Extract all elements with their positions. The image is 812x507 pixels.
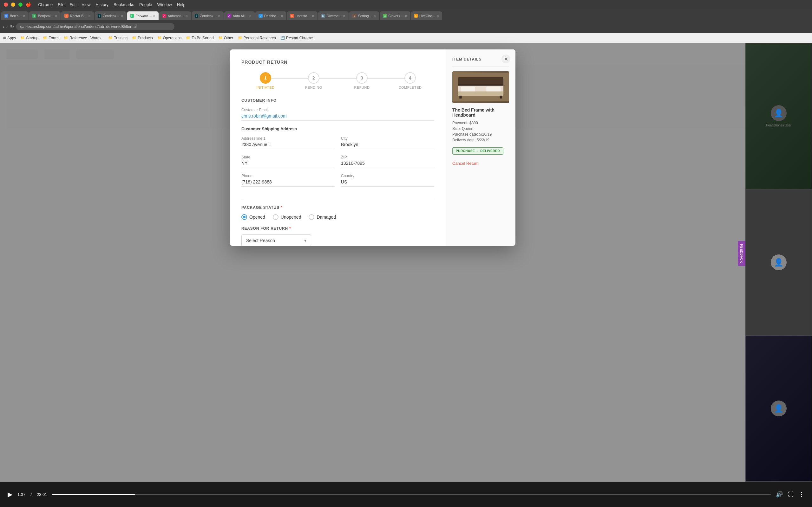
country-field: Country US [341,174,434,187]
bookmarks-bar: ⊞ Apps 📁 Startup 📁 Forms 📁 Reference - W… [0,33,812,43]
product-name: The Bed Frame with Headboard [452,107,509,118]
country-value: US [341,179,434,187]
radio-unopened[interactable]: Unopened [273,214,301,220]
bookmark-startup[interactable]: 📁 Startup [20,36,38,40]
address-line1-value: 2380 Avenue L [241,142,335,149]
video-person-3: 👤 [746,336,812,481]
payment-detail: Payment: $890 [452,121,509,125]
tab-nectar[interactable]: NNectar B...✕ [61,11,94,20]
step-completed: 4 COMPLETED [386,72,434,89]
radio-circle-unopened [273,214,278,220]
country-label: Country [341,174,434,178]
radio-opened[interactable]: Opened [241,214,265,220]
bookmark-training[interactable]: 📁 Training [108,36,128,40]
modal-left-panel: PRODUCT RETURN 1 INITIATED 2 PENDING 3 R… [230,49,446,246]
step-2-label: PENDING [305,86,322,89]
step-1-label: INITIATED [257,86,275,89]
radio-damaged[interactable]: Damaged [309,214,336,220]
products-icon: 📁 [132,36,136,40]
phone-value: (718) 222-9888 [241,179,335,187]
menu-edit[interactable]: Edit [69,2,77,7]
bookmark-products[interactable]: 📁 Products [132,36,153,40]
progress-bar-container[interactable] [52,494,771,495]
menu-help[interactable]: Help [177,2,186,7]
item-divider [452,66,509,67]
back-button[interactable]: ‹ [3,24,4,30]
bookmark-other[interactable]: 📁 Other [218,36,234,40]
menu-view[interactable]: View [82,2,91,7]
tab-dashbo[interactable]: DDashbo...✕ [255,11,287,20]
step-progress: 1 INITIATED 2 PENDING 3 REFUND 4 COMPLET… [241,72,434,89]
menu-file[interactable]: File [58,2,64,7]
reason-for-return-section: REASON FOR RETURN * Select Reason ▾ [241,226,434,246]
delivery-date-detail: Delivery date: 5/22/19 [452,138,509,142]
bookmark-operations[interactable]: 📁 Operations [157,36,182,40]
bookmark-apps[interactable]: ⊞ Apps [3,36,16,40]
payment-label: Payment: [452,121,468,125]
customer-email-field: Customer Email chris.robin@gmail.com [241,108,434,121]
tab-setting[interactable]: SSetting...✕ [349,11,379,20]
bookmark-forms[interactable]: 📁 Forms [43,36,59,40]
tab-cloverk[interactable]: CCloverk...✕ [380,11,410,20]
reference-icon: 📁 [64,36,68,40]
svg-rect-8 [500,96,502,99]
progress-bar-fill [52,494,135,495]
apple-logo: 🍎 [26,2,31,7]
tab-zendesk2[interactable]: ZZendesk...✕ [192,11,223,20]
address-line1-field: Address line 1 2380 Avenue L [241,136,335,149]
mac-close-dot[interactable] [4,3,8,7]
step-4-label: COMPLETED [399,86,422,89]
training-icon: 📁 [108,36,113,40]
zip-label: ZIP [341,155,434,159]
browser-nav-buttons: ‹ › ↻ [3,24,14,30]
tab-forward[interactable]: FForward...✕ [127,11,159,20]
modal-close-button[interactable]: ✕ [502,55,510,63]
more-options-icon[interactable]: ⋮ [799,491,804,498]
bookmark-personal-research[interactable]: 📁 Personal Research [238,36,276,40]
volume-icon[interactable]: 🔊 [776,491,783,498]
tab-benjamin[interactable]: BBenjami...✕ [29,11,61,20]
bookmark-reference[interactable]: 📁 Reference - Warra... [64,36,104,40]
menu-bookmarks[interactable]: Bookmarks [113,2,134,7]
step-3-label: REFUND [354,86,370,89]
modal-right-panel: ITEM DETAILS [446,49,515,246]
menu-window[interactable]: Window [157,2,172,7]
cancel-return-button[interactable]: Cancel Return [452,161,478,166]
product-return-modal: ✕ PRODUCT RETURN 1 INITIATED 2 PENDING 3… [230,49,515,246]
bookmark-to-be-sorted-label: To Be Sorted [192,36,213,40]
radio-circle-opened [241,214,247,220]
reason-select-dropdown[interactable]: Select Reason ▾ [241,234,311,246]
step-refund: 3 REFUND [338,72,386,89]
tab-autoall[interactable]: AAuto All...✕ [224,11,255,20]
tab-liveche[interactable]: LLiveChe...✕ [411,11,443,20]
purchase-date-detail: Purchase date: 5/10/19 [452,132,509,136]
reload-button[interactable]: ↻ [10,24,14,30]
bookmark-apps-label: Apps [7,36,16,40]
tab-usersto[interactable]: Uusersto...✕ [287,11,317,20]
url-bar[interactable]: qa.nectarsleep.com/admin/operational/ord… [16,23,174,30]
menu-chrome[interactable]: Chrome [38,2,53,7]
video-slot-1: 👤 Headphones User [745,43,812,189]
menu-history[interactable]: History [96,2,108,7]
operations-icon: 📁 [157,36,162,40]
fullscreen-icon[interactable]: ⛶ [788,491,794,498]
play-button[interactable]: ▶ [8,491,12,498]
city-label: City [341,136,434,141]
feedback-tab[interactable]: FEEDBACK [738,241,745,266]
bookmark-to-be-sorted[interactable]: 📁 To Be Sorted [186,36,213,40]
state-field: State NY [241,155,335,168]
tab-diverse[interactable]: DDiverse...✕ [318,11,349,20]
bookmark-restart-chrome[interactable]: 🔄 Restart Chrome [281,36,313,40]
tab-automat[interactable]: AAutomat...✕ [159,11,191,20]
mac-minimize-dot[interactable] [11,3,15,7]
forward-button[interactable]: › [6,24,8,30]
mac-maximize-dot[interactable] [18,3,22,7]
email-value: chris.robin@gmail.com [241,113,434,121]
menu-people[interactable]: People [139,2,152,7]
bookmark-personal-research-label: Personal Research [244,36,276,40]
tab-zendesk1[interactable]: ZZendesk...✕ [95,11,126,20]
tab-bens[interactable]: BBen's...✕ [1,11,29,20]
state-value: NY [241,161,335,168]
video-controls: ▶ 1:37 / 23:01 [8,491,47,498]
personal-research-icon: 📁 [238,36,242,40]
